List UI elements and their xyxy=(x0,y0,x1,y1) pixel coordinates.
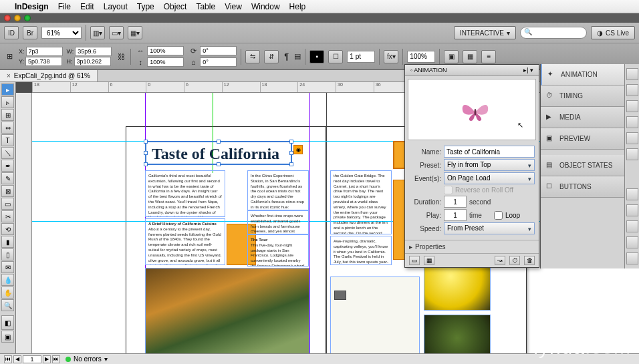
free-transform-tool[interactable]: ⟲ xyxy=(1,223,14,235)
hand-tool[interactable]: ✋ xyxy=(1,287,14,299)
view-mode-button[interactable]: ▥▾ xyxy=(90,26,105,39)
view-mode-toggle[interactable]: ▣ xyxy=(1,331,14,343)
direct-selection-tool[interactable]: ▹ xyxy=(1,96,14,108)
paragraph-icon[interactable]: ¶ xyxy=(283,51,290,61)
menu-view[interactable]: View xyxy=(225,2,242,11)
preset-dropdown[interactable]: Fly in from Top xyxy=(444,159,535,171)
animation-tag-icon[interactable]: ◉ xyxy=(293,145,303,154)
vertical-ruler[interactable] xyxy=(16,93,32,361)
liquid-layout-icon[interactable] xyxy=(626,188,638,200)
scale-x-field[interactable] xyxy=(147,46,184,55)
properties-disclosure[interactable]: ▸ Properties xyxy=(405,240,539,253)
media-placeholder-icon[interactable] xyxy=(334,291,346,300)
eyedropper-tool[interactable]: 💧 xyxy=(1,274,14,286)
opacity-field[interactable] xyxy=(407,51,435,63)
show-timing-button[interactable]: ⏱ xyxy=(509,256,520,265)
hyperlinks-icon[interactable] xyxy=(626,204,638,216)
fill-swatch[interactable]: ▪ xyxy=(309,50,324,63)
close-window-button[interactable] xyxy=(4,15,11,21)
stroke-weight-field[interactable] xyxy=(347,51,375,63)
text-frame[interactable]: Whether first-time crops were establishe… xyxy=(247,210,309,234)
convert-to-motion-path-button[interactable]: ↝ xyxy=(495,256,505,265)
document-tab[interactable]: × ExpCali_2pg.indd @ 61% xyxy=(0,70,98,81)
page-number-field[interactable] xyxy=(23,355,41,363)
next-page-button[interactable]: ▶ xyxy=(43,355,51,363)
object-styles-icon[interactable] xyxy=(626,252,638,264)
guide[interactable] xyxy=(309,93,310,361)
duration-field[interactable] xyxy=(444,196,467,208)
w-field[interactable] xyxy=(75,47,112,56)
prev-page-button[interactable]: ◀ xyxy=(13,355,21,363)
trash-button[interactable]: 🗑 xyxy=(524,256,535,265)
minimize-window-button[interactable] xyxy=(14,15,21,21)
menu-file[interactable]: File xyxy=(58,2,71,11)
reference-point-icon[interactable]: ⊞ xyxy=(4,51,15,62)
preflight-status[interactable]: No errors▾ xyxy=(66,355,108,363)
scale-y-field[interactable] xyxy=(147,57,184,67)
dock-object-states[interactable]: ▤OBJECT STATES xyxy=(541,155,624,176)
fit-content-button[interactable]: ▦ xyxy=(463,50,477,63)
speed-dropdown[interactable]: From Preset xyxy=(444,222,535,234)
panel-menu-icon[interactable]: ▸| ▾ xyxy=(523,67,533,73)
note-tool[interactable]: ✉ xyxy=(1,261,14,273)
rotate-field[interactable] xyxy=(200,46,237,55)
workspace-switcher[interactable]: INTERACTIVE▾ xyxy=(454,26,516,39)
bookmarks-icon[interactable] xyxy=(626,220,638,232)
pages-panel-icon[interactable] xyxy=(626,68,638,80)
effects-panel-icon[interactable] xyxy=(626,236,638,248)
text-wrap-button[interactable]: ▣ xyxy=(444,50,459,63)
animation-panel-tab[interactable]: ◦ ANIMATION ▸| ▾ xyxy=(405,65,539,76)
last-page-button[interactable]: ⏭ xyxy=(52,355,60,363)
flip-v-button[interactable]: ⇵ xyxy=(264,50,279,63)
rectangle-frame-tool[interactable]: ⊠ xyxy=(1,185,14,197)
text-frame[interactable]: California's third and most beautiful ex… xyxy=(145,170,225,217)
menu-layout[interactable]: Layout xyxy=(104,2,128,11)
screen-mode-button[interactable]: ▭▾ xyxy=(109,26,124,39)
animation-name-field[interactable] xyxy=(444,146,535,158)
story-icon[interactable]: ▤ xyxy=(294,52,301,61)
pencil-tool[interactable]: ✎ xyxy=(1,172,14,184)
effects-button[interactable]: fx▾ xyxy=(384,50,398,63)
id-home-button[interactable]: ID xyxy=(4,26,19,39)
swatches-panel-icon[interactable] xyxy=(626,148,638,160)
preview-spread-button[interactable]: ▭ xyxy=(409,256,420,265)
animation-panel[interactable]: ◦ ANIMATION ▸| ▾ ↖ Name: Preset: Fly in … xyxy=(404,64,539,268)
page-tool[interactable]: ⊞ xyxy=(1,109,14,121)
close-tab-icon[interactable]: × xyxy=(7,72,11,79)
x-field[interactable] xyxy=(26,47,63,56)
dock-preview[interactable]: ▣PREVIEW xyxy=(541,128,624,150)
headline-frame[interactable]: Taste of California ◉ xyxy=(145,141,292,165)
menu-table[interactable]: Table xyxy=(196,2,215,11)
cs-live-button[interactable]: ◑CS Live xyxy=(591,26,635,39)
dock-animation[interactable]: ✦ANIMATION xyxy=(541,64,624,85)
stroke-panel-icon[interactable] xyxy=(626,116,638,128)
constrain-icon[interactable]: ⛓ xyxy=(116,51,126,62)
color-panel-icon[interactable] xyxy=(626,132,638,144)
zoom-window-button[interactable] xyxy=(24,15,31,21)
menu-edit[interactable]: Edit xyxy=(80,2,94,11)
layers-panel-icon[interactable] xyxy=(626,84,638,96)
menu-help[interactable]: Help xyxy=(289,2,306,11)
arrange-button[interactable]: ▦▾ xyxy=(128,26,142,39)
text-frame[interactable]: Awe-inspiring, dramatic, captivating val… xyxy=(330,236,392,265)
events-dropdown[interactable]: On Page Load xyxy=(444,172,535,184)
empty-frame[interactable] xyxy=(330,277,420,361)
loop-checkbox[interactable] xyxy=(494,211,503,220)
pen-tool[interactable]: ✒ xyxy=(1,160,14,172)
dock-media[interactable]: ▶MEDIA xyxy=(541,107,624,128)
zoom-level-select[interactable]: 61% xyxy=(41,27,82,39)
rectangle-tool[interactable]: ▭ xyxy=(1,198,14,210)
gap-tool[interactable]: ⇔ xyxy=(1,122,14,134)
type-tool[interactable]: T xyxy=(1,134,14,146)
shear-field[interactable] xyxy=(200,57,237,67)
text-frame[interactable]: A Brief History of California CuisineAbo… xyxy=(145,218,225,265)
y-field[interactable] xyxy=(25,57,62,66)
text-frame[interactable]: the Golden Gate Bridge. The next day inc… xyxy=(330,170,392,234)
selection-tool[interactable]: ▸ xyxy=(1,83,14,96)
dock-buttons[interactable]: ☐BUTTONS xyxy=(541,176,624,198)
show-proxy-button[interactable]: ▦ xyxy=(424,256,434,265)
text-frame[interactable]: In the Citrus Experiment Station, in San… xyxy=(247,170,309,210)
scissors-tool[interactable]: ✂ xyxy=(1,210,14,222)
dock-timing[interactable]: ⏱TIMING xyxy=(541,85,624,107)
menu-window[interactable]: Window xyxy=(251,2,280,11)
